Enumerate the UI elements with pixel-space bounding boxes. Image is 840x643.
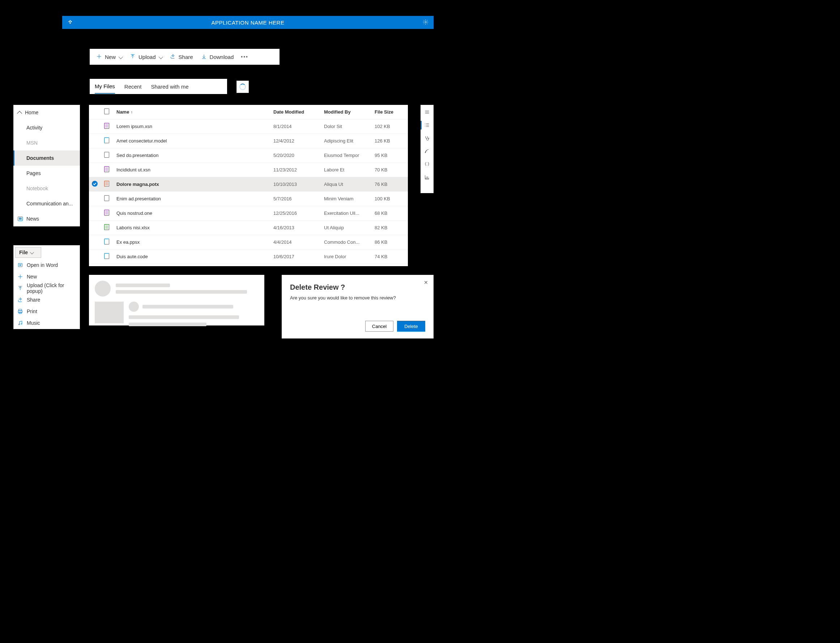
table-row[interactable]: Laboris nisi.xlsx4/16/2013Ut Aliquip82 K… — [89, 220, 408, 235]
overflow-button[interactable]: ••• — [239, 54, 251, 60]
word-icon — [17, 262, 23, 268]
table-row[interactable]: Ex ea.ppsx4/4/2014Commodo Con...86 KB — [89, 235, 408, 250]
new-label: New — [105, 54, 116, 60]
table-row[interactable]: Lorem ipsum.xsn8/1/2014Dolor Sit102 KB — [89, 119, 408, 134]
file-name: Lorem ipsum.xsn — [114, 119, 271, 134]
cancel-button[interactable]: Cancel — [365, 321, 393, 331]
spinner-container — [237, 81, 249, 93]
menu-item[interactable]: Share — [14, 294, 80, 305]
table-row[interactable]: Quis nostrud.one12/25/2016Exercitation U… — [89, 206, 408, 220]
file-modified: 10/10/2013 — [271, 177, 321, 192]
table-row[interactable]: Sed do.presentation5/20/2020Eiusmod Temp… — [89, 148, 408, 163]
rail-list-icon[interactable] — [423, 121, 431, 129]
app-header: APPLICATION NAME HERE — [62, 16, 434, 29]
rail-menu-icon[interactable] — [423, 108, 431, 116]
sidebar-item: Notebook — [13, 181, 80, 196]
nav-home[interactable]: Home — [13, 105, 80, 120]
rail-braces-icon[interactable] — [423, 161, 431, 168]
rail-chart-icon[interactable] — [423, 174, 431, 181]
file-name: Incididunt ut.xsn — [114, 163, 271, 177]
share-button[interactable]: Share — [167, 51, 196, 62]
upload-button[interactable]: Upload — [127, 51, 165, 62]
file-list: Name Date Modified Modified By File Size… — [89, 105, 408, 266]
svg-rect-11 — [19, 309, 22, 311]
file-type-header-icon — [104, 108, 109, 114]
svg-point-2 — [70, 23, 71, 23]
tabs: My Files Recent Shared with me — [90, 79, 227, 94]
svg-point-6 — [425, 125, 425, 125]
file-modified: 5/20/2020 — [271, 148, 321, 163]
svg-rect-10 — [18, 263, 23, 266]
delete-button[interactable]: Delete — [397, 321, 425, 331]
menu-item[interactable]: New — [14, 271, 80, 282]
download-label: Download — [210, 54, 234, 60]
file-name: Enim ad.presentation — [114, 192, 271, 206]
file-type-icon — [104, 123, 109, 129]
download-button[interactable]: Download — [198, 51, 237, 62]
file-modified: 12/4/2012 — [271, 134, 321, 148]
svg-point-3 — [70, 20, 70, 21]
checkmark-icon[interactable] — [92, 181, 98, 187]
menu-item-label: Upload (Click for popup) — [27, 282, 76, 294]
file-modified-by: Labore Et — [321, 163, 372, 177]
menu-item[interactable]: Upload (Click for popup) — [14, 282, 80, 294]
file-modified: 12/25/2016 — [271, 206, 321, 220]
download-icon — [201, 54, 207, 60]
menu-item-label: Open in Word — [27, 262, 58, 268]
svg-point-14 — [18, 324, 20, 325]
sidebar-item[interactable]: Activity — [13, 120, 80, 135]
rail-signal-icon[interactable] — [423, 148, 431, 155]
col-name[interactable]: Name — [114, 105, 271, 119]
col-modified[interactable]: Date Modified — [271, 105, 321, 119]
file-name: Duis aute.code — [114, 250, 271, 264]
menu-item-label: Music — [27, 320, 40, 326]
nav-news[interactable]: News — [13, 211, 80, 226]
share-icon — [17, 297, 23, 303]
svg-point-1 — [70, 21, 72, 22]
file-size: 68 KB — [372, 206, 408, 220]
file-modified-by: Irure Dolor — [321, 250, 372, 264]
shimmer-placeholder — [89, 275, 264, 325]
file-name: Quis nostrud.one — [114, 206, 271, 220]
file-modified-by: Dolor Sit — [321, 119, 372, 134]
tab-my-files[interactable]: My Files — [95, 80, 115, 94]
file-name: Dolore magna.potx — [114, 177, 271, 192]
table-row[interactable]: Dolore magna.potx10/10/2013Aliqua Ut76 K… — [89, 177, 408, 192]
file-type-icon — [104, 195, 109, 201]
tab-recent[interactable]: Recent — [124, 80, 142, 93]
new-button[interactable]: New — [93, 51, 125, 62]
svg-point-8 — [428, 138, 429, 139]
file-name: Amet consectetur.model — [114, 134, 271, 148]
table-row[interactable]: Duis aute.code10/6/2017Irure Dolor74 KB — [89, 250, 408, 264]
menu-item[interactable]: Open in Word — [14, 259, 80, 271]
col-size[interactable]: File Size — [372, 105, 408, 119]
file-modified: 4/16/2013 — [271, 220, 321, 235]
file-modified: 4/4/2014 — [271, 235, 321, 250]
file-name: Sed do.presentation — [114, 148, 271, 163]
sidebar-item[interactable]: Pages — [13, 166, 80, 181]
menu-item-label: Share — [27, 297, 40, 303]
loading-spinner-icon — [240, 83, 246, 90]
file-modified: 8/1/2014 — [271, 119, 321, 134]
menu-item[interactable]: Music — [14, 317, 80, 329]
table-row[interactable]: Amet consectetur.model12/4/2012Adipiscin… — [89, 134, 408, 148]
tab-shared[interactable]: Shared with me — [151, 80, 188, 93]
col-by[interactable]: Modified By — [321, 105, 372, 119]
chevron-down-icon — [119, 54, 122, 60]
sidebar-item[interactable]: Communication an... — [13, 196, 80, 211]
sidebar-item[interactable]: Documents — [13, 150, 80, 166]
table-row[interactable]: Enim ad.presentation5/7/2016Minim Veniam… — [89, 192, 408, 206]
side-nav: Home ActivityMSNDocumentsPagesNotebookCo… — [13, 105, 80, 226]
file-menu-button[interactable]: File — [15, 247, 41, 258]
file-type-icon — [104, 224, 109, 230]
file-name: Laboris nisi.xlsx — [114, 220, 271, 235]
rail-stethoscope-icon[interactable] — [423, 134, 431, 142]
close-icon[interactable]: ✕ — [424, 279, 428, 286]
file-type-icon — [104, 253, 109, 259]
table-header-row: Name Date Modified Modified By File Size — [89, 105, 408, 119]
settings-gear-icon[interactable] — [423, 19, 429, 26]
right-rail — [421, 105, 434, 193]
menu-item[interactable]: Print — [14, 305, 80, 317]
menu-item-label: New — [27, 274, 37, 279]
table-row[interactable]: Incididunt ut.xsn11/23/2012Labore Et70 K… — [89, 163, 408, 177]
